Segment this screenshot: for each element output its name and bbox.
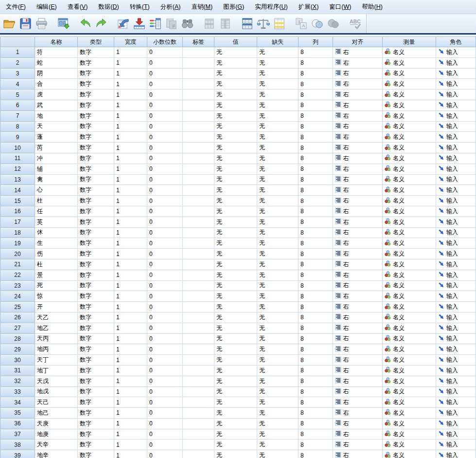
cell-label[interactable] <box>183 334 214 345</box>
cell-type[interactable]: 数字 <box>78 323 114 334</box>
cell-width[interactable]: 1 <box>114 79 147 90</box>
cell-values[interactable]: 无 <box>214 302 257 312</box>
column-header-columns[interactable]: 列 <box>299 37 333 47</box>
cell-missing[interactable]: 无 <box>257 196 299 206</box>
cell-decimals[interactable]: 0 <box>147 164 183 175</box>
cell-type[interactable]: 数字 <box>78 419 114 429</box>
cell-values[interactable]: 无 <box>214 450 257 458</box>
cell-values[interactable]: 无 <box>214 429 257 440</box>
cell-values[interactable]: 无 <box>214 228 257 238</box>
cell-label[interactable] <box>183 100 214 111</box>
cell-type[interactable]: 数字 <box>78 376 114 387</box>
cell-type[interactable]: 数字 <box>78 281 114 292</box>
cell-align[interactable]: 右 <box>333 366 383 376</box>
cell-type[interactable]: 数字 <box>78 143 114 153</box>
cell-missing[interactable]: 无 <box>257 132 299 143</box>
cell-width[interactable]: 1 <box>114 153 147 164</box>
cell-measure[interactable]: 名义 <box>383 376 436 387</box>
cell-missing[interactable]: 无 <box>257 281 299 292</box>
cell-measure[interactable]: 名义 <box>383 450 436 458</box>
cell-type[interactable]: 数字 <box>78 366 114 376</box>
cell-missing[interactable]: 无 <box>257 344 299 355</box>
column-header-decimals[interactable]: 小数位数 <box>147 37 183 47</box>
cell-role[interactable]: 输入 <box>436 270 476 281</box>
menu-item-graphs[interactable]: 图形(G) <box>218 3 249 11</box>
cell-type[interactable]: 数字 <box>78 302 114 312</box>
column-header-values[interactable]: 值 <box>214 37 257 47</box>
cell-decimals[interactable]: 0 <box>147 185 183 196</box>
cell-columns[interactable]: 8 <box>299 429 333 440</box>
cell-align[interactable]: 右 <box>333 440 383 450</box>
cell-align[interactable]: 右 <box>333 228 383 238</box>
cell-label[interactable] <box>183 153 214 164</box>
cell-columns[interactable]: 8 <box>299 376 333 387</box>
cell-width[interactable]: 1 <box>114 323 147 334</box>
cell-missing[interactable]: 无 <box>257 387 299 398</box>
row-number[interactable]: 23 <box>0 281 35 292</box>
cell-role[interactable]: 输入 <box>436 397 476 408</box>
cell-missing[interactable]: 无 <box>257 376 299 387</box>
cell-width[interactable]: 1 <box>114 366 147 376</box>
column-header-width[interactable]: 宽度 <box>114 37 147 47</box>
cell-width[interactable]: 1 <box>114 302 147 312</box>
cell-role[interactable]: 输入 <box>436 259 476 270</box>
cell-width[interactable]: 1 <box>114 175 147 185</box>
cell-label[interactable] <box>183 164 214 175</box>
cell-decimals[interactable]: 0 <box>147 312 183 323</box>
cell-values[interactable]: 无 <box>214 259 257 270</box>
row-number[interactable]: 18 <box>0 228 35 238</box>
cell-columns[interactable]: 8 <box>299 334 333 345</box>
cell-missing[interactable]: 无 <box>257 291 299 302</box>
cell-missing[interactable]: 无 <box>257 90 299 100</box>
cell-label[interactable] <box>183 111 214 122</box>
cell-role[interactable]: 输入 <box>436 366 476 376</box>
cell-align[interactable]: 右 <box>333 291 383 302</box>
cell-decimals[interactable]: 0 <box>147 291 183 302</box>
row-number[interactable]: 13 <box>0 175 35 185</box>
cell-measure[interactable]: 名义 <box>383 100 436 111</box>
cell-width[interactable]: 1 <box>114 419 147 429</box>
row-number[interactable]: 8 <box>0 122 35 132</box>
cell-columns[interactable]: 8 <box>299 47 333 58</box>
cell-label[interactable] <box>183 323 214 334</box>
cell-columns[interactable]: 8 <box>299 100 333 111</box>
cell-name[interactable]: 地己 <box>35 408 78 419</box>
cell-align[interactable]: 右 <box>333 238 383 249</box>
row-number[interactable]: 32 <box>0 376 35 387</box>
cell-decimals[interactable]: 0 <box>147 58 183 69</box>
column-header-name[interactable]: 名称 <box>35 37 78 47</box>
cell-values[interactable]: 无 <box>214 132 257 143</box>
cell-decimals[interactable]: 0 <box>147 334 183 345</box>
cell-width[interactable]: 1 <box>114 206 147 217</box>
cell-width[interactable]: 1 <box>114 122 147 132</box>
cell-decimals[interactable]: 0 <box>147 69 183 79</box>
cell-decimals[interactable]: 0 <box>147 249 183 259</box>
row-number[interactable]: 20 <box>0 249 35 259</box>
cell-width[interactable]: 1 <box>114 185 147 196</box>
cell-type[interactable]: 数字 <box>78 270 114 281</box>
cell-align[interactable]: 右 <box>333 429 383 440</box>
cell-type[interactable]: 数字 <box>78 344 114 355</box>
row-number[interactable]: 37 <box>0 429 35 440</box>
cell-label[interactable] <box>183 440 214 450</box>
cell-role[interactable]: 输入 <box>436 387 476 398</box>
cell-values[interactable]: 无 <box>214 376 257 387</box>
cell-decimals[interactable]: 0 <box>147 344 183 355</box>
redo-button[interactable] <box>93 16 109 32</box>
cell-label[interactable] <box>183 175 214 185</box>
cell-missing[interactable]: 无 <box>257 302 299 312</box>
cell-columns[interactable]: 8 <box>299 206 333 217</box>
cell-measure[interactable]: 名义 <box>383 419 436 429</box>
cell-values[interactable]: 无 <box>214 69 257 79</box>
cell-measure[interactable]: 名义 <box>383 153 436 164</box>
cell-missing[interactable]: 无 <box>257 334 299 345</box>
cell-measure[interactable]: 名义 <box>383 408 436 419</box>
cell-decimals[interactable]: 0 <box>147 132 183 143</box>
row-number[interactable]: 27 <box>0 323 35 334</box>
cell-missing[interactable]: 无 <box>257 429 299 440</box>
cell-align[interactable]: 右 <box>333 132 383 143</box>
cell-decimals[interactable]: 0 <box>147 419 183 429</box>
cell-measure[interactable]: 名义 <box>383 397 436 408</box>
row-number[interactable]: 5 <box>0 90 35 100</box>
cell-missing[interactable]: 无 <box>257 419 299 429</box>
